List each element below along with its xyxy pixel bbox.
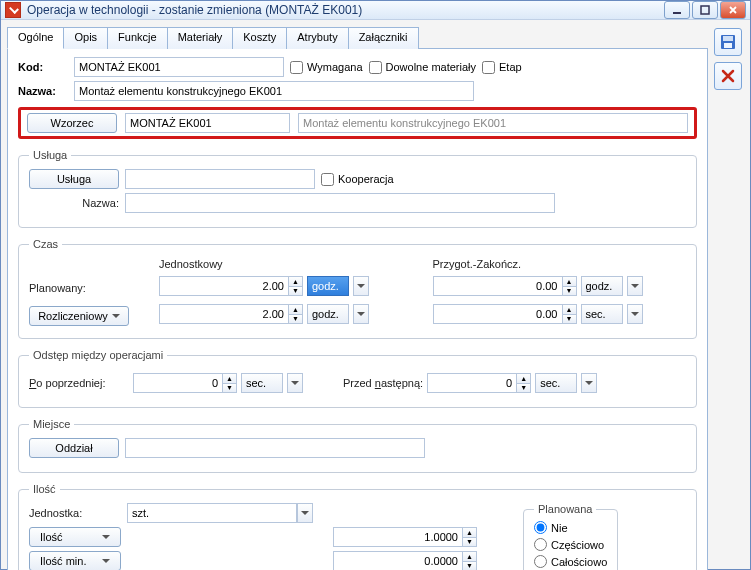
calosc-label: Całościowo [551,556,607,568]
usluga-nazwa-input[interactable] [125,193,555,213]
kooperacja-label: Kooperacja [338,173,394,185]
spinner[interactable]: ▲▼ [289,276,303,296]
tab-funkcje[interactable]: Funkcje [107,27,168,49]
dropdown-arrow[interactable] [287,373,303,393]
planowana-nie-radio[interactable] [534,521,547,534]
kod-label: Kod: [18,61,68,73]
svg-rect-4 [724,43,732,48]
przed-unit[interactable]: sec. [535,373,577,393]
czas-jedn-rozl-unit[interactable]: godz. [307,304,349,324]
tab-materialy[interactable]: Materiały [167,27,234,49]
tab-koszty[interactable]: Koszty [232,27,287,49]
wymagana-checkbox[interactable] [290,61,303,74]
nazwa-input[interactable] [74,81,474,101]
etap-label: Etap [499,61,522,73]
spinner[interactable]: ▲▼ [463,551,477,570]
spinner[interactable]: ▲▼ [517,373,531,393]
dowolne-label: Dowolne materiały [386,61,476,73]
wzorzec-row: Wzorzec [18,107,697,139]
wzorzec-desc [298,113,688,133]
usluga-nazwa-label: Nazwa: [29,197,119,209]
svg-rect-0 [673,12,681,14]
dropdown-arrow[interactable] [627,304,643,324]
cancel-button[interactable] [714,62,742,90]
tab-atrybuty[interactable]: Atrybuty [286,27,348,49]
spinner[interactable]: ▲▼ [563,276,577,296]
usluga-code-input[interactable] [125,169,315,189]
dropdown-arrow[interactable] [627,276,643,296]
ilosc-min-input[interactable] [333,551,463,570]
nie-label: Nie [551,522,568,534]
jednostkowy-header: Jednostkowy [159,258,413,270]
ilosc-legend: Ilość [29,483,60,495]
odstep-legend: Odstęp między operacjami [29,349,167,361]
po-poprzedniej-label: Po poprzedniej: [29,377,129,389]
czas-przyg-plan-input[interactable] [433,276,563,296]
jednostka-select[interactable] [127,503,297,523]
spinner[interactable]: ▲▼ [463,527,477,547]
close-button[interactable] [720,1,746,19]
kooperacja-checkbox[interactable] [321,173,334,186]
dropdown-arrow[interactable] [297,503,313,523]
wzorzec-button[interactable]: Wzorzec [27,113,117,133]
dropdown-arrow[interactable] [581,373,597,393]
czas-przyg-rozl-unit[interactable]: sec. [581,304,623,324]
kod-input[interactable] [74,57,284,77]
czas-przyg-plan-unit[interactable]: godz. [581,276,623,296]
po-poprzedniej-input[interactable] [133,373,223,393]
etap-checkbox[interactable] [482,61,495,74]
tab-ogolne[interactable]: Ogólne [7,27,64,49]
planowany-label: Planowany: [29,282,139,294]
po-unit[interactable]: sec. [241,373,283,393]
dropdown-arrow[interactable] [353,304,369,324]
planowana-legend: Planowana [534,503,596,515]
przed-nastepna-input[interactable] [427,373,517,393]
ilosc-button[interactable]: Ilość [29,527,121,547]
oddzial-button[interactable]: Oddział [29,438,119,458]
jednostka-label: Jednostka: [29,507,121,519]
przygot-header: Przygot.-Zakończ. [433,258,687,270]
nazwa-label: Nazwa: [18,85,68,97]
save-button[interactable] [714,28,742,56]
svg-rect-1 [701,6,709,14]
usluga-button[interactable]: Usługa [29,169,119,189]
tab-zalaczniki[interactable]: Załączniki [348,27,419,49]
czas-jedn-plan-unit[interactable]: godz. [307,276,349,296]
window-title: Operacja w technologii - zostanie zmieni… [27,3,664,17]
czas-przyg-rozl-input[interactable] [433,304,563,324]
czas-jedn-plan-input[interactable] [159,276,289,296]
oddzial-input[interactable] [125,438,425,458]
ilosc-min-button[interactable]: Ilość min. [29,551,121,570]
przed-nastepna-label: Przed następną: [343,377,423,389]
ilosc-input[interactable] [333,527,463,547]
wymagana-label: Wymagana [307,61,363,73]
czesc-label: Częściowo [551,539,604,551]
usluga-legend: Usługa [29,149,71,161]
czas-legend: Czas [29,238,62,250]
spinner[interactable]: ▲▼ [223,373,237,393]
spinner[interactable]: ▲▼ [289,304,303,324]
rozliczeniowy-button[interactable]: Rozliczeniowy [29,306,129,326]
minimize-button[interactable] [664,1,690,19]
tabs: Ogólne Opis Funkcje Materiały Koszty Atr… [7,26,708,48]
czas-jedn-rozl-input[interactable] [159,304,289,324]
spinner[interactable]: ▲▼ [563,304,577,324]
wzorzec-code[interactable] [125,113,290,133]
dropdown-arrow[interactable] [353,276,369,296]
maximize-button[interactable] [692,1,718,19]
svg-rect-3 [723,36,733,41]
planowana-czesc-radio[interactable] [534,538,547,551]
app-icon [5,2,21,18]
dowolne-checkbox[interactable] [369,61,382,74]
planowana-calosc-radio[interactable] [534,555,547,568]
tab-opis[interactable]: Opis [63,27,108,49]
miejsce-legend: Miejsce [29,418,74,430]
